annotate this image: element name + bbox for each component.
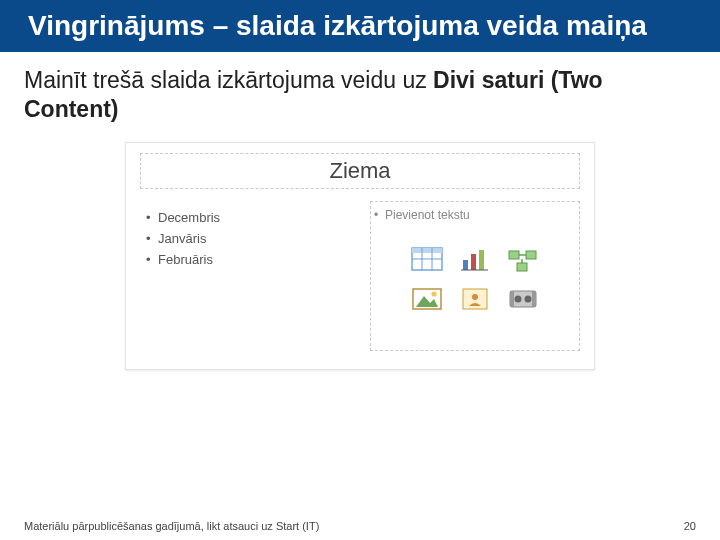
instruction-text: Mainīt trešā slaida izkārtojuma veidu uz… xyxy=(24,66,696,124)
svg-rect-5 xyxy=(463,260,468,270)
left-content-column: Decembris Janvāris Februāris xyxy=(140,201,356,351)
list-item: Februāris xyxy=(144,249,352,270)
placeholder-prompt: Pievienot tekstu xyxy=(371,202,579,222)
slide-title: Vingrinājums – slaida izkārtojuma veida … xyxy=(28,10,692,42)
slide-footer: Materiālu pārpublicēšanas gadījumā, likt… xyxy=(24,520,696,532)
example-slide-figure: Ziema Decembris Janvāris Februāris Pievi… xyxy=(125,142,595,370)
two-content-columns: Decembris Janvāris Februāris Pievienot t… xyxy=(126,195,594,369)
svg-rect-7 xyxy=(479,250,484,270)
svg-point-22 xyxy=(515,295,522,302)
svg-rect-11 xyxy=(517,263,527,271)
svg-rect-20 xyxy=(510,291,514,307)
list-item: Decembris xyxy=(144,207,352,228)
svg-rect-21 xyxy=(532,291,536,307)
list-item: Janvāris xyxy=(144,228,352,249)
content-icon-grid xyxy=(371,242,579,330)
svg-point-23 xyxy=(525,295,532,302)
footer-note: Materiālu pārpublicēšanas gadījumā, likt… xyxy=(24,520,319,532)
title-bar: Vingrinājums – slaida izkārtojuma veida … xyxy=(0,0,720,52)
chart-icon xyxy=(455,242,495,276)
svg-rect-1 xyxy=(412,248,442,253)
media-icon xyxy=(503,282,543,316)
example-slide-title-placeholder: Ziema xyxy=(140,153,580,189)
instruction-plain: Mainīt trešā slaida izkārtojuma veidu uz xyxy=(24,67,433,93)
svg-rect-10 xyxy=(526,251,536,259)
picture-icon xyxy=(407,282,447,316)
right-content-placeholder: Pievienot tekstu xyxy=(370,201,580,351)
table-icon xyxy=(407,242,447,276)
svg-point-16 xyxy=(431,291,436,296)
smartart-icon xyxy=(503,242,543,276)
slide-body: Mainīt trešā slaida izkārtojuma veidu uz… xyxy=(0,52,720,540)
svg-point-18 xyxy=(472,294,478,300)
example-slide-title: Ziema xyxy=(329,158,390,183)
page-number: 20 xyxy=(684,520,696,532)
slide: Vingrinājums – slaida izkārtojuma veida … xyxy=(0,0,720,540)
svg-rect-9 xyxy=(509,251,519,259)
clipart-icon xyxy=(455,282,495,316)
svg-rect-6 xyxy=(471,254,476,270)
bullet-list: Decembris Janvāris Februāris xyxy=(144,207,352,270)
